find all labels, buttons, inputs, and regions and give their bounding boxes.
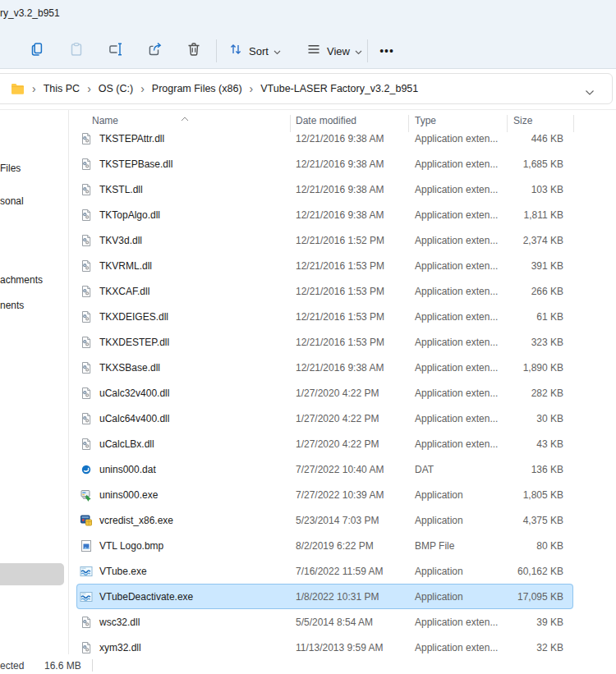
- sidebar-item-personal[interactable]: sonal: [0, 195, 24, 207]
- column-separator[interactable]: [408, 115, 409, 132]
- sort-label: Sort: [249, 45, 269, 57]
- column-header-name[interactable]: Name: [92, 115, 118, 126]
- toolbar-separator: [216, 39, 217, 62]
- more-icon: •••: [379, 44, 394, 57]
- paste-button[interactable]: [62, 36, 91, 66]
- share-icon: [147, 41, 163, 61]
- view-button[interactable]: View: [306, 36, 367, 66]
- table-row[interactable]: TKVRML.dll 12/21/2016 1:53 PM Applicatio…: [76, 253, 573, 278]
- selection-status-text: ected: [0, 660, 24, 672]
- table-row[interactable]: TKXCAF.dll 12/21/2016 1:53 PM Applicatio…: [76, 278, 573, 304]
- dll-file-icon: [80, 234, 93, 247]
- toolbar-separator: [367, 39, 368, 62]
- status-bar: ected 16.6 MB: [0, 657, 616, 674]
- table-row[interactable]: unins000.exe 7/27/2022 10:39 AM Applicat…: [76, 482, 573, 507]
- column-header-type[interactable]: Type: [415, 115, 436, 126]
- selection-size-text: 16.6 MB: [44, 660, 81, 672]
- sidebar-divider: [68, 110, 69, 654]
- dll-file-icon: [80, 438, 93, 451]
- column-separator[interactable]: [573, 115, 574, 132]
- installer-package-icon: [80, 514, 93, 527]
- sidebar-item-highlight[interactable]: [0, 563, 64, 585]
- table-row[interactable]: TKTopAlgo.dll 12/21/2016 9:38 AM Applica…: [76, 202, 573, 227]
- table-row[interactable]: TKXDESTEP.dll 12/21/2016 1:53 PM Applica…: [76, 329, 573, 355]
- table-row[interactable]: uCalc32v400.dll 1/27/2020 4:22 PM Applic…: [76, 380, 573, 406]
- file-list: TKSTEPAttr.dll 12/21/2016 9:38 AM Applic…: [76, 126, 573, 660]
- column-header-date-modified[interactable]: Date modified: [296, 115, 356, 126]
- table-row[interactable]: vcredist_x86.exe 5/23/2014 7:03 PM Appli…: [76, 507, 573, 533]
- view-label: View: [327, 45, 350, 57]
- sort-ascending-caret-icon: [181, 110, 189, 125]
- copy-icon: [29, 41, 45, 61]
- rename-icon: [108, 41, 124, 61]
- share-button[interactable]: [140, 36, 170, 66]
- cut-button[interactable]: [0, 36, 7, 66]
- chevron-down-icon: [274, 44, 281, 58]
- vtube-app-icon: [80, 565, 93, 578]
- delete-button[interactable]: [179, 36, 209, 66]
- dll-file-icon: [80, 209, 93, 222]
- chevron-down-icon: [355, 44, 362, 58]
- breadcrumb-this-pc[interactable]: This PC: [44, 83, 80, 94]
- more-options-button[interactable]: •••: [372, 36, 402, 66]
- sort-button[interactable]: Sort: [228, 36, 287, 66]
- dll-file-icon: [80, 259, 93, 273]
- column-header-size[interactable]: Size: [513, 115, 532, 126]
- table-row[interactable]: TKXDEIGES.dll 12/21/2016 1:53 PM Applica…: [76, 304, 573, 329]
- dll-file-icon: [80, 183, 93, 196]
- dll-file-icon: [80, 361, 93, 374]
- breadcrumb-chevron-icon: ›: [133, 83, 152, 94]
- table-row[interactable]: VTubeDeactivate.exe 1/8/2022 10:31 PM Ap…: [76, 584, 573, 609]
- table-row[interactable]: VTL Logo.bmp 8/2/2019 6:22 PM BMP File 8…: [76, 533, 573, 558]
- view-icon: [306, 42, 321, 60]
- dll-file-icon: [80, 310, 93, 323]
- title-toolbar-area: ry_v3.2_b951: [0, 0, 616, 69]
- dll-file-icon: [80, 387, 93, 400]
- explorer-tab-title[interactable]: ry_v3.2_b951: [0, 7, 60, 19]
- column-separator[interactable]: [290, 115, 291, 132]
- dll-file-icon: [80, 285, 93, 298]
- copy-button[interactable]: [22, 36, 52, 66]
- breadcrumb-program-files-x86[interactable]: Program Files (x86): [152, 83, 242, 94]
- address-dropdown-button[interactable]: [585, 85, 595, 99]
- dll-file-icon: [80, 158, 93, 171]
- table-row[interactable]: TKSTEPBase.dll 12/21/2016 9:38 AM Applic…: [76, 151, 573, 177]
- delete-icon: [186, 41, 202, 61]
- dll-file-icon: [80, 641, 93, 654]
- table-row[interactable]: uCalcLBx.dll 1/27/2020 4:22 PM Applicati…: [76, 431, 573, 456]
- cut-icon: [0, 41, 1, 61]
- column-header-row: Name Date modified Type Size: [69, 110, 616, 133]
- table-row[interactable]: TKV3d.dll 12/21/2016 1:52 PM Application…: [76, 227, 573, 253]
- breadcrumb-current-folder[interactable]: VTube-LASER Factory_v3.2_b951: [260, 83, 418, 94]
- dll-file-icon: [80, 412, 93, 425]
- sidebar-item-documents[interactable]: nents: [0, 300, 24, 311]
- dat-file-icon: [80, 463, 93, 476]
- uninstaller-icon: [80, 488, 93, 502]
- address-bar[interactable]: › This PC › OS (C:) › Program Files (x86…: [0, 73, 613, 104]
- file-explorer-window: ry_v3.2_b951: [0, 0, 616, 674]
- rename-button[interactable]: [101, 36, 131, 66]
- table-row[interactable]: unins000.dat 7/27/2022 10:40 AM DAT 136 …: [76, 456, 573, 482]
- table-row[interactable]: VTube.exe 7/16/2022 11:59 AM Application…: [76, 558, 573, 584]
- sidebar-item-files[interactable]: Files: [0, 163, 21, 174]
- vtube-app-icon: [80, 590, 93, 603]
- dll-file-icon: [80, 132, 93, 145]
- column-separator[interactable]: [507, 115, 508, 132]
- breadcrumb-chevron-icon: ›: [80, 83, 99, 94]
- sort-icon: [228, 42, 243, 60]
- table-row[interactable]: TKSTL.dll 12/21/2016 9:38 AM Application…: [76, 177, 573, 202]
- folder-icon: [11, 83, 25, 94]
- dll-file-icon: [80, 616, 93, 629]
- dll-file-icon: [80, 336, 93, 349]
- bmp-image-icon: [80, 539, 93, 552]
- paste-icon: [68, 41, 85, 61]
- status-separator: [92, 659, 93, 672]
- table-row[interactable]: TKXSBase.dll 12/21/2016 9:38 AM Applicat…: [76, 355, 573, 380]
- breadcrumb-chevron-icon: ›: [242, 83, 261, 94]
- sidebar-item-attachments[interactable]: achments: [0, 274, 43, 286]
- table-row[interactable]: uCalc64v400.dll 1/27/2020 4:22 PM Applic…: [76, 406, 573, 431]
- table-row[interactable]: wsc32.dll 5/5/2014 8:54 AM Application e…: [76, 609, 573, 635]
- breadcrumb-os-c[interactable]: OS (C:): [99, 83, 133, 94]
- breadcrumb-chevron-icon: ›: [25, 83, 44, 94]
